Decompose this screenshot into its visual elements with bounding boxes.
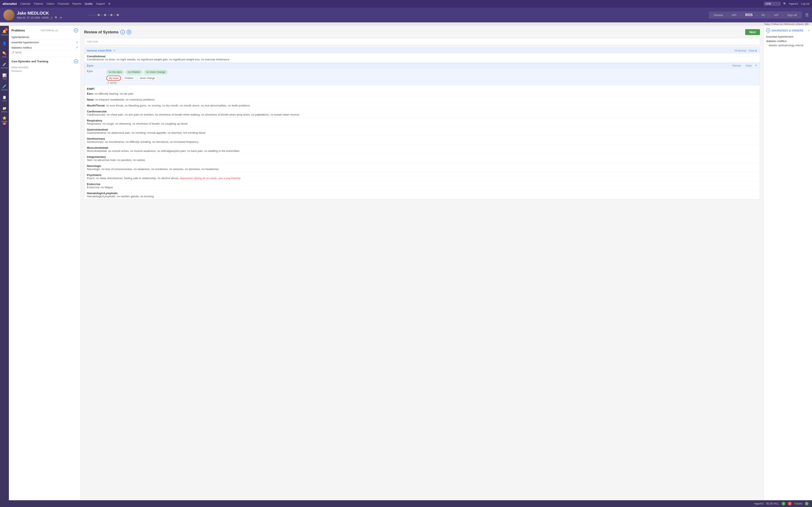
nav-financials[interactable]: Financials xyxy=(57,2,69,5)
patient-chart: #2446 xyxy=(42,16,49,19)
add-diagnosis-button[interactable]: + xyxy=(766,28,770,33)
nav-step-pe[interactable]: PE xyxy=(758,13,768,17)
eyes-clear-button[interactable]: Clear xyxy=(746,64,752,67)
hematologic-text: Hematologic/Lymphatic: no swollen glands… xyxy=(87,195,757,198)
all-normal-button[interactable]: All Normal xyxy=(734,49,746,52)
ros-settings-button[interactable]: ⚙ xyxy=(126,30,131,35)
expand-icon[interactable]: ▼ xyxy=(60,16,62,19)
nav-claims[interactable]: Claims xyxy=(47,2,54,5)
nav-step-review[interactable]: Review xyxy=(711,13,726,17)
enmt-mouth-text: Mouth/Throat: no sore throat, no bleedin… xyxy=(87,104,250,107)
tag-irritation[interactable]: irritation xyxy=(122,76,136,80)
problems-title: Problems xyxy=(11,29,25,32)
problem-name-diabetes: diabetes mellitus xyxy=(11,46,32,49)
sidebar-item-visits[interactable]: 📋 Visits xyxy=(0,93,8,104)
nav-step-ros[interactable]: ROS xyxy=(742,12,756,18)
eyes-normal-button[interactable]: Normal xyxy=(732,64,741,67)
ros-section-label-group: General Adult ROS ✕ xyxy=(87,49,115,52)
ros-clear-button[interactable]: Clear xyxy=(749,49,755,52)
logout-button[interactable]: Log out xyxy=(801,2,809,5)
sidebar-item-history[interactable]: 📁 History xyxy=(0,104,8,114)
app-logo[interactable]: athenaNet xyxy=(3,2,17,5)
bottom-location: BLUE HILL xyxy=(766,502,779,505)
hypertension-link-icon[interactable]: ↗ xyxy=(75,41,78,44)
tag-no-irritation[interactable]: no irritation xyxy=(125,70,143,74)
sidebar-item-quality[interactable]: ⭐ Quality 10 xyxy=(0,115,8,125)
care-episodes-title: Care Episodes and Tracking xyxy=(11,60,48,63)
eyes-tags-container: no dry eyes no irritation no vision chan… xyxy=(106,70,757,84)
allergies-label: Allergies xyxy=(1,34,8,36)
top-nav-left: athenaNet Calendar Patients Claims Finan… xyxy=(3,2,111,5)
psychiatric-category: Psychiatric xyxy=(87,173,757,177)
nav-step-ap[interactable]: A/P xyxy=(770,13,782,17)
eyes-note-button[interactable]: 📝 NOTE xyxy=(106,81,757,84)
tag-vision-change[interactable]: vision change xyxy=(137,76,157,80)
problem-diabetes: diabetes mellitus ↗ xyxy=(11,45,78,50)
endocrine-row: Endocrine Endocrine: no fatigue xyxy=(84,181,760,190)
tag-no-vision-change[interactable]: no vision change xyxy=(144,70,167,74)
add-care-button[interactable]: + xyxy=(74,59,78,63)
hematologic-row: Hematologic/Lymphatic Hematologic/Lympha… xyxy=(84,190,760,199)
constitutional-category: Constitutional xyxy=(87,55,757,58)
sidebar-item-vitals[interactable]: 📊 Vitals xyxy=(0,71,8,81)
tag-dry-eyes[interactable]: dry eyes xyxy=(106,76,121,81)
provider-info: Today | Follow Up | McKenzie Leftwich, M… xyxy=(0,22,812,26)
nav-quality[interactable]: Quality xyxy=(85,2,92,5)
neurologic-text: Neurologic: no loss of consciousness, no… xyxy=(87,168,757,171)
quality-icon: ⭐ xyxy=(2,116,7,120)
problems-header: Problems HISTORICAL (2) + xyxy=(11,28,78,33)
note-button[interactable]: 📝 NOTE xyxy=(11,50,78,55)
search-patient-icon[interactable]: 🔍 xyxy=(55,16,58,19)
search-input[interactable] xyxy=(764,2,781,6)
sidebar-item-results[interactable]: 🧪 Results xyxy=(0,82,8,93)
top-nav: athenaNet Calendar Patients Claims Finan… xyxy=(0,0,812,8)
nav-reports[interactable]: Reports xyxy=(72,2,81,5)
nav-step-hpi[interactable]: HPI xyxy=(728,13,740,17)
next-button[interactable]: Next xyxy=(745,29,760,35)
person-icon: 👤 xyxy=(2,41,7,45)
note-input[interactable]: Add note xyxy=(84,38,760,45)
endocrine-category: Endocrine xyxy=(87,182,757,186)
add-problem-button[interactable]: + xyxy=(74,28,78,33)
meds-label: Meds xyxy=(2,56,7,58)
sidebar-item-meds[interactable]: 💊 Meds xyxy=(0,49,8,60)
eyes-note-label: NOTE xyxy=(110,82,117,84)
note-icon: 📝 xyxy=(11,51,14,54)
sidebar-item-allergies[interactable]: 🔔 Allergies ! xyxy=(0,27,8,38)
care-episodes-header: Care Episodes and Tracking + xyxy=(11,59,78,63)
nav-settings-icon[interactable]: ⚙ xyxy=(108,2,111,5)
psychiatric-row: Psychiatric Psych: no sleep disturbances… xyxy=(84,172,760,181)
history-label: History xyxy=(1,111,7,113)
psychiatric-text: Psych: no sleep disturbances, feeling sa… xyxy=(87,177,757,180)
ros-section-close-icon[interactable]: ✕ xyxy=(113,49,115,52)
problems-panel: Problems HISTORICAL (2) + hyperlipidemia… xyxy=(9,26,81,507)
eyes-controls: Normal Clear ▼ xyxy=(732,64,757,67)
diagnoses-expand-icon[interactable]: › xyxy=(808,29,809,32)
nav-support[interactable]: Support xyxy=(96,2,105,5)
eyes-tags-row-2: dry eyes irritation vision change xyxy=(106,76,757,81)
vitals-label: Vitals xyxy=(2,78,7,80)
add-ros-button[interactable]: + xyxy=(120,30,125,35)
musculoskeletal-text: Musculoskeletal: no muscle aches, no mus… xyxy=(87,149,757,153)
nav-step-signoff[interactable]: Sign-off xyxy=(784,13,800,17)
tag-no-dry-eyes[interactable]: no dry eyes xyxy=(106,70,124,74)
eyes-dropdown-icon[interactable]: ▼ xyxy=(755,64,757,67)
search-icon[interactable]: 🔍 xyxy=(783,2,786,5)
patient-header: Jake MEDLOCK 69yo M 07-15-1946 #2446 ⚠ 🔍… xyxy=(0,8,812,22)
historical-badge[interactable]: HISTORICAL (2) xyxy=(41,29,58,32)
ros-dropdown-arrow-icon[interactable]: ▶ xyxy=(756,49,757,52)
sidebar-item-person[interactable]: 👤 xyxy=(0,39,8,49)
nav-patients[interactable]: Patients xyxy=(34,2,43,5)
count-badge-1: 0 xyxy=(781,502,785,506)
integumentary-text: Skin: no abnormal mole, no jaundice, no … xyxy=(87,158,757,162)
nav-calendar[interactable]: Calendar xyxy=(20,2,31,5)
sidebar-item-vaccines[interactable]: 💉 Vaccines xyxy=(0,60,8,70)
diagnoses-header: + DIAGNOSES & ORDERS › xyxy=(766,28,809,33)
diabetes-link-icon[interactable]: ↗ xyxy=(75,46,78,49)
main-layout: 🔔 Allergies ! 👤 💊 Meds 💉 Vaccines 📊 Vita… xyxy=(0,26,812,507)
history-icon: 📁 xyxy=(2,106,7,110)
hamburger-menu-icon[interactable]: ☰ xyxy=(805,13,809,17)
enmt-ears-row: Ears: no difficulty hearing, no ear pain xyxy=(84,91,760,97)
psychiatric-text-before: Psych: no sleep disturbances, feeling sa… xyxy=(87,177,179,180)
vaccines-label: Vaccines xyxy=(1,67,8,69)
